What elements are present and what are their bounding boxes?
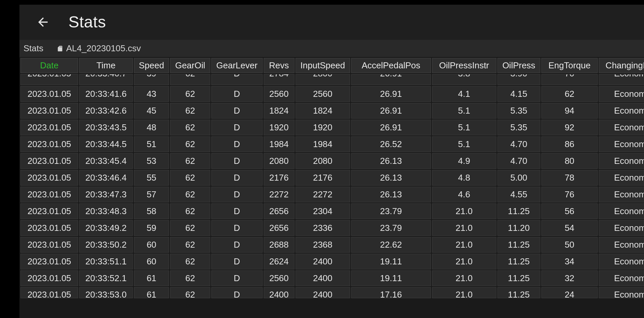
table-cell: Economy xyxy=(599,74,644,85)
table-row[interactable]: 2023.01.0520:33:40.73962D2784280026.913.… xyxy=(20,74,644,85)
table-row[interactable]: 2023.01.0520:33:49.25962D2656233623.7921… xyxy=(20,220,644,236)
table-cell: 62 xyxy=(170,187,210,202)
table-row[interactable]: 2023.01.0520:33:45.45362D2080208026.134.… xyxy=(20,153,644,169)
table-cell: 2176 xyxy=(296,170,350,186)
table-cell: 20:33:43.5 xyxy=(79,120,133,135)
table-cell: 2023.01.05 xyxy=(20,86,78,102)
table-cell: 20:33:42.6 xyxy=(79,103,133,119)
table-row[interactable]: 2023.01.0520:33:43.54862D1920192026.915.… xyxy=(20,120,644,135)
table-row[interactable]: 2023.01.0520:33:46.45562D2176217626.134.… xyxy=(20,170,644,186)
table-row[interactable]: 2023.01.0520:33:51.16062D2624240019.1121… xyxy=(20,254,644,269)
table-cell: 5.35 xyxy=(497,103,540,119)
table-cell: D xyxy=(211,153,263,169)
column-header[interactable]: ChangingLaw xyxy=(599,58,644,73)
table-cell: Economy xyxy=(599,237,644,253)
table-cell: 4.70 xyxy=(497,136,540,152)
breadcrumb-file[interactable]: AL4_20230105.csv xyxy=(57,43,141,54)
table-cell: Economy xyxy=(599,270,644,286)
table-row[interactable]: 2023.01.0520:33:53.06162D2400240017.1621… xyxy=(20,287,644,298)
column-header[interactable]: Time xyxy=(79,58,133,73)
table-cell: 2656 xyxy=(264,220,294,236)
table-cell: 2304 xyxy=(296,203,350,219)
table-row[interactable]: 2023.01.0520:33:50.26062D2688236822.6221… xyxy=(20,237,644,253)
column-header[interactable]: AccelPedalPos xyxy=(351,58,431,73)
data-table-scroll[interactable]: DateTimeSpeedGearOilGearLeverRevsInputSp… xyxy=(19,57,644,318)
back-button[interactable] xyxy=(35,14,51,30)
table-cell: 21.0 xyxy=(432,220,496,236)
table-cell: 1824 xyxy=(296,103,350,119)
data-table-container: DateTimeSpeedGearOilGearLeverRevsInputSp… xyxy=(19,57,644,318)
table-cell: 2176 xyxy=(264,170,294,186)
table-cell: 26.91 xyxy=(351,103,431,119)
table-cell: D xyxy=(211,287,263,298)
table-cell: 62 xyxy=(541,86,598,102)
table-row[interactable]: 2023.01.0520:33:48.35862D2656230423.7921… xyxy=(20,203,644,219)
table-cell: 20:33:45.4 xyxy=(79,153,133,169)
table-cell: D xyxy=(211,74,263,85)
table-cell: 62 xyxy=(170,287,210,298)
table-cell: 80 xyxy=(541,153,598,169)
column-header[interactable]: InputSpeed xyxy=(296,58,350,73)
table-cell: Economy xyxy=(599,203,644,219)
table-cell: 5.1 xyxy=(432,136,496,152)
table-cell: D xyxy=(211,254,263,269)
table-row[interactable]: 2023.01.0520:33:44.55162D1984198426.525.… xyxy=(20,136,644,152)
table-cell: 4.15 xyxy=(497,86,540,102)
table-cell: 2624 xyxy=(264,254,294,269)
table-cell: 78 xyxy=(541,170,598,186)
column-header[interactable]: OilPress xyxy=(497,58,540,73)
table-cell: D xyxy=(211,203,263,219)
table-row[interactable]: 2023.01.0520:33:42.64562D1824182426.915.… xyxy=(20,103,644,119)
table-cell: 20:33:53.0 xyxy=(79,287,133,298)
table-cell: 2272 xyxy=(296,187,350,202)
column-header[interactable]: Revs xyxy=(264,58,294,73)
table-cell: 62 xyxy=(170,153,210,169)
table-cell: 26.13 xyxy=(351,187,431,202)
table-cell: 62 xyxy=(170,220,210,236)
table-cell: 2400 xyxy=(264,287,294,298)
table-cell: 5.1 xyxy=(432,120,496,135)
table-cell: 51 xyxy=(134,136,169,152)
table-cell: 26.13 xyxy=(351,170,431,186)
table-cell: 2400 xyxy=(296,254,350,269)
table-cell: 21.0 xyxy=(432,254,496,269)
table-cell: 61 xyxy=(134,287,169,298)
table-cell: 62 xyxy=(170,86,210,102)
table-cell: 21.0 xyxy=(432,203,496,219)
table-cell: Economy xyxy=(599,187,644,202)
table-cell: D xyxy=(211,237,263,253)
table-cell: 70 xyxy=(541,74,598,85)
table-cell: 5.35 xyxy=(497,120,540,135)
table-cell: 2400 xyxy=(296,270,350,286)
table-cell: D xyxy=(211,120,263,135)
column-header[interactable]: GearLever xyxy=(211,58,263,73)
table-cell: 3.8 xyxy=(432,74,496,85)
table-cell: 21.0 xyxy=(432,270,496,286)
table-cell: 19.11 xyxy=(351,270,431,286)
table-cell: 20:33:49.2 xyxy=(79,220,133,236)
table-row[interactable]: 2023.01.0520:33:52.16162D2560240019.1121… xyxy=(20,270,644,286)
table-cell: 62 xyxy=(170,254,210,269)
table-cell: 11.25 xyxy=(497,270,540,286)
table-cell: Economy xyxy=(599,120,644,135)
table-cell: 2023.01.05 xyxy=(20,120,78,135)
table-cell: Economy xyxy=(599,103,644,119)
column-header[interactable]: GearOil xyxy=(170,58,210,73)
table-cell: 23.79 xyxy=(351,203,431,219)
table-cell: 2688 xyxy=(264,237,294,253)
table-cell: 2080 xyxy=(264,153,294,169)
table-cell: 62 xyxy=(170,203,210,219)
column-header[interactable]: Date xyxy=(20,58,78,73)
table-cell: 2656 xyxy=(264,203,294,219)
table-cell: D xyxy=(211,86,263,102)
table-row[interactable]: 2023.01.0520:33:47.35762D2272227226.134.… xyxy=(20,187,644,202)
table-cell: Economy xyxy=(599,86,644,102)
column-header[interactable]: EngTorque xyxy=(541,58,598,73)
table-cell: 48 xyxy=(134,120,169,135)
table-row[interactable]: 2023.01.0520:33:41.64362D2560256026.914.… xyxy=(20,86,644,102)
breadcrumb-label[interactable]: Stats xyxy=(23,43,43,54)
table-cell: 2560 xyxy=(264,270,294,286)
column-header[interactable]: OilPressInstr xyxy=(432,58,496,73)
column-header[interactable]: Speed xyxy=(134,58,169,73)
table-cell: 76 xyxy=(541,187,598,202)
